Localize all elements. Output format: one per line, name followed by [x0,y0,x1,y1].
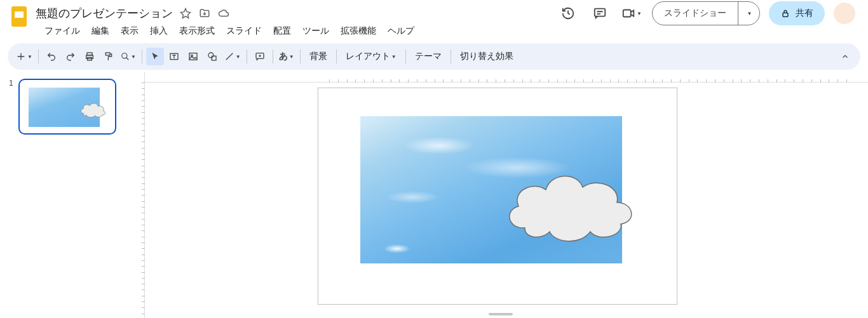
history-icon[interactable] [557,2,580,25]
svg-rect-3 [623,10,631,17]
svg-rect-1 [15,11,24,18]
line-button[interactable]: ▼ [222,48,243,65]
print-button[interactable] [81,48,98,65]
slideshow-label: スライドショー [653,8,738,19]
layout-button[interactable]: レイアウト ▼ [341,48,402,65]
menu-view[interactable]: 表示 [116,23,144,39]
move-folder-icon[interactable] [198,7,211,20]
undo-button[interactable] [43,48,60,65]
chevron-down-icon: ▼ [236,54,241,60]
slideshow-dropdown[interactable]: ▼ [738,2,759,25]
theme-button[interactable]: テーマ [410,48,447,65]
chevron-down-icon: ▼ [131,54,136,60]
slide-canvas[interactable] [318,88,677,305]
separator [405,50,406,63]
separator [336,50,337,63]
menu-insert[interactable]: 挿入 [145,23,173,39]
redo-button[interactable] [62,48,79,65]
separator [273,50,273,63]
account-avatar[interactable] [834,3,855,24]
comments-icon[interactable] [588,2,611,25]
separator [38,50,39,63]
slide-number: 1 [9,79,13,313]
collapse-toolbar-button[interactable] [836,48,854,65]
separator [300,50,301,63]
menu-bar: ファイル 編集 表示 挿入 表示形式 スライド 配置 ツール 拡張機能 ヘルプ [0,23,868,43]
menu-edit[interactable]: 編集 [86,23,114,39]
share-label: 共有 [796,8,813,19]
svg-point-9 [122,53,127,58]
shape-button[interactable] [203,48,221,65]
document-title[interactable]: 無題のプレゼンテーション [36,6,173,21]
thumbnail-cloud-shape [78,100,107,118]
zoom-button[interactable]: ▼ [119,48,138,65]
svg-rect-14 [212,56,216,60]
menu-format[interactable]: 表示形式 [174,23,220,39]
canvas-area[interactable] [133,72,868,318]
cloud-status-icon[interactable] [217,7,230,20]
menu-arrange[interactable]: 配置 [268,23,296,39]
chevron-down-icon: ▼ [289,54,294,60]
menu-slide[interactable]: スライド [221,23,267,39]
menu-help[interactable]: ヘルプ [383,23,419,39]
cloud-shape[interactable] [496,158,649,247]
textbox-button[interactable] [165,48,183,65]
menu-file[interactable]: ファイル [39,23,85,39]
filmstrip[interactable]: 1 [0,72,133,318]
separator [451,50,451,63]
menu-tools[interactable]: ツール [297,23,334,39]
transition-button[interactable]: 切り替え効果 [455,48,519,65]
lock-icon [780,8,790,18]
app-logo-icon[interactable] [6,4,32,29]
svg-rect-8 [105,53,110,55]
svg-rect-2 [595,9,606,17]
star-icon[interactable] [179,7,192,20]
paint-format-button[interactable] [100,48,118,65]
separator [247,50,247,63]
speaker-notes-handle[interactable] [489,313,513,315]
comment-add-button[interactable] [251,48,269,65]
slideshow-button[interactable]: スライドショー ▼ [652,1,760,25]
chevron-down-icon: ▼ [747,11,752,17]
horizontal-ruler[interactable] [145,72,868,83]
svg-rect-4 [783,13,788,17]
image-button[interactable] [184,48,202,65]
chevron-down-icon: ▼ [27,54,32,60]
menu-extensions[interactable]: 拡張機能 [336,23,381,39]
toolbar: ▼ ▼ ▼ あ ▼ 背景 レイアウト ▼ [8,43,860,70]
share-button[interactable]: 共有 [769,1,825,25]
background-button[interactable]: 背景 [304,48,332,65]
chevron-down-icon: ▼ [637,11,642,17]
svg-point-13 [208,53,214,58]
separator [142,50,142,63]
new-slide-button[interactable]: ▼ [14,48,34,65]
vertical-ruler[interactable] [133,72,145,318]
slide-thumbnail[interactable] [18,79,116,135]
select-tool-button[interactable] [146,48,164,65]
svg-rect-11 [189,53,197,60]
chevron-down-icon: ▼ [391,54,397,60]
input-tools-button[interactable]: あ ▼ [277,48,296,65]
meet-camera-icon[interactable]: ▼ [620,2,643,25]
